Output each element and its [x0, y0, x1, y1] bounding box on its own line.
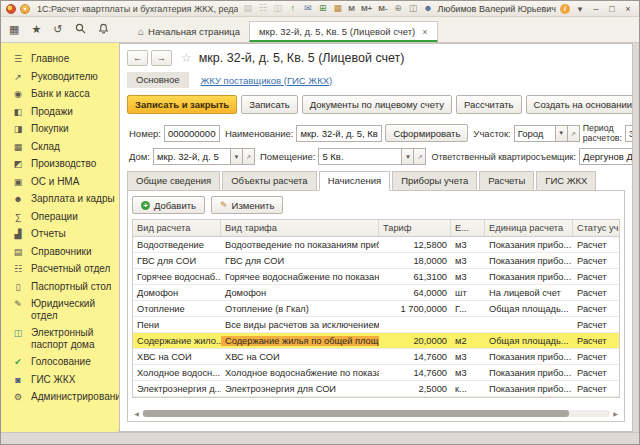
sidebar-item[interactable]: ↗ Руководителю	[1, 68, 119, 86]
section-tab[interactable]: Приборы учета	[392, 171, 477, 191]
zoom-icon[interactable]: ⊕	[393, 4, 404, 13]
table-row[interactable]: ГВС для СОИ ГВС для СОИ 18,0000 м3 Показ…	[133, 253, 619, 269]
sidebar-item[interactable]: ✔ Голосование	[1, 353, 119, 371]
table-cell[interactable]: 2,5000	[379, 384, 451, 394]
scroll-right-icon[interactable]: ▶	[612, 411, 619, 417]
table-cell[interactable]: 12,5800	[379, 240, 451, 250]
table-row[interactable]: Водоотведение Водоотведение по показания…	[133, 237, 619, 253]
table-cell[interactable]: Расчет	[573, 288, 619, 298]
print-icon[interactable]: ☷	[257, 4, 268, 13]
area-input[interactable]	[514, 125, 556, 142]
favorites-star-icon[interactable]: ★	[31, 24, 41, 35]
table-cell[interactable]: Горячее водоснаб...	[133, 272, 221, 282]
scrollbar-thumb[interactable]	[143, 410, 569, 417]
tab-home[interactable]: ⌂ Начальная страница	[129, 22, 249, 42]
table-cell[interactable]: Показания прибо...	[485, 384, 573, 394]
info-icon[interactable]: i	[560, 4, 570, 14]
sidebar-item[interactable]: ☷ Расчетный отдел	[1, 260, 119, 278]
house-dropdown-icon[interactable]: ▼	[231, 148, 243, 165]
table-cell[interactable]: Показания прибо...	[485, 256, 573, 266]
column-header[interactable]: Статус участия	[573, 220, 619, 236]
table-cell[interactable]: Расчет	[573, 384, 619, 394]
table-cell[interactable]: На лицевой счет	[485, 288, 573, 298]
column-header[interactable]: Вид тарифа	[221, 220, 379, 236]
name-input[interactable]	[296, 125, 382, 142]
column-header[interactable]: Тариф	[379, 220, 451, 236]
table-cell[interactable]: м3	[451, 240, 485, 250]
main-menu-icon[interactable]: ▾	[20, 4, 30, 14]
table-cell[interactable]: Общая площадь...	[485, 304, 573, 314]
table-cell[interactable]: 14,7600	[379, 352, 451, 362]
forward-button[interactable]: →	[151, 50, 172, 66]
section-tab[interactable]: Общие сведения	[127, 171, 220, 191]
edit-button[interactable]: ✎ Изменить	[211, 196, 283, 214]
table-cell[interactable]: Содержание жило...	[133, 336, 221, 346]
nav-tab-gis-link[interactable]: ЖКУ поставщиков (ГИС ЖКХ)	[201, 75, 333, 86]
table-row[interactable]: Холодное водосн... Холодное водоснабжени…	[133, 365, 619, 381]
split-view-icon[interactable]: ◫	[408, 4, 419, 13]
horizontal-scrollbar[interactable]: ◀ ▶	[133, 409, 619, 418]
table-row[interactable]: ХВС на СОИ ХВС на СОИ 14,7600 м3 Показан…	[133, 349, 619, 365]
sidebar-item[interactable]: ◧ Продажи	[1, 103, 119, 121]
table-cell[interactable]: ХВС на СОИ	[133, 352, 221, 362]
table-cell[interactable]: Расчет	[573, 368, 619, 378]
calculator-icon[interactable]: ▦	[332, 4, 343, 13]
menu-grid-icon[interactable]: ▦	[9, 24, 19, 35]
table-cell[interactable]: 20,0000	[379, 336, 451, 346]
table-cell[interactable]: ГВС для СОИ	[221, 256, 379, 266]
mail-icon[interactable]: ✉	[302, 4, 313, 13]
section-tab[interactable]: Объекты расчета	[222, 171, 316, 191]
maximize-button[interactable]: □	[606, 4, 618, 14]
table-cell[interactable]: Домофон	[221, 288, 379, 298]
table-cell[interactable]: 14,7600	[379, 368, 451, 378]
premise-open-icon[interactable]: ↗	[414, 148, 426, 165]
table-cell[interactable]: Расчет	[573, 352, 619, 362]
documents-button[interactable]: Документы по лицевому счету	[302, 95, 452, 114]
create-from-button[interactable]: Создать на основании ▼	[526, 95, 633, 114]
table-cell[interactable]: к...	[451, 384, 485, 394]
house-open-icon[interactable]: ↗	[243, 148, 255, 165]
sidebar-item[interactable]: ◫ Электронный паспорт дома	[1, 324, 119, 353]
table-cell[interactable]: ХВС на СОИ	[221, 352, 379, 362]
table-cell[interactable]: Расчет	[573, 256, 619, 266]
memory-plus-button[interactable]: M+	[360, 4, 373, 13]
user-name[interactable]: Любимов Валерий Юрьевич	[438, 4, 556, 14]
save-close-button[interactable]: Записать и закрыть	[127, 95, 237, 114]
table-cell[interactable]: Пени	[133, 320, 221, 330]
memory-minus-button[interactable]: M-	[377, 4, 388, 13]
save-button[interactable]: Записать	[241, 95, 298, 114]
table-cell[interactable]: Холодное водоснабжение по показан...	[221, 368, 379, 378]
sidebar-item[interactable]: ◨ Покупки	[1, 120, 119, 138]
table-cell[interactable]: 61,3100	[379, 272, 451, 282]
table-cell[interactable]: Горячее водоснабжение по показани...	[221, 272, 379, 282]
table-cell[interactable]: Показания прибо...	[485, 272, 573, 282]
area-open-icon[interactable]: ↗	[568, 125, 580, 142]
table-cell[interactable]: Расчет	[573, 240, 619, 250]
sidebar-item[interactable]: ▦ Склад	[1, 138, 119, 156]
table-cell[interactable]: Все виды расчетов за исключением ...	[221, 320, 379, 330]
table-row[interactable]: Горячее водоснаб... Горячее водоснабжени…	[133, 269, 619, 285]
table-cell[interactable]: 64,0000	[379, 288, 451, 298]
memory-button[interactable]: M	[347, 4, 356, 13]
table-cell[interactable]: Г...	[451, 304, 485, 314]
nav-tab-main[interactable]: Основное	[127, 72, 189, 88]
calendar-icon[interactable]: ⊞	[317, 4, 328, 13]
tab-close-icon[interactable]: ×	[422, 27, 427, 37]
table-cell[interactable]: 1 700,0000	[379, 304, 451, 314]
section-tab[interactable]: Расчеты	[479, 171, 534, 191]
table-row[interactable]: Домофон Домофон 64,0000 шт На лицевой сч…	[133, 285, 619, 301]
table-cell[interactable]: Водоотведение по показаниям прибо...	[221, 240, 379, 250]
column-header[interactable]: Вид расчета	[133, 220, 221, 236]
section-tab[interactable]: ГИС ЖКХ	[536, 171, 596, 191]
add-button[interactable]: + Добавить	[132, 196, 205, 214]
tenant-input[interactable]	[579, 148, 633, 165]
area-dropdown-icon[interactable]: ▼	[556, 125, 568, 142]
collapse-icon[interactable]: ▾	[574, 4, 586, 14]
sidebar-item[interactable]: ✎ Юридический отдел	[1, 295, 119, 324]
sidebar-item[interactable]: ◩ Производство	[1, 155, 119, 173]
sidebar-item[interactable]: ∑ Операции	[1, 208, 119, 226]
sidebar-item[interactable]: ▯ Паспортный стол	[1, 278, 119, 296]
table-cell[interactable]: Расчет	[573, 304, 619, 314]
table-cell[interactable]: Содержание жилья по общей площа...	[221, 336, 379, 346]
app-logo-icon[interactable]	[6, 4, 16, 14]
